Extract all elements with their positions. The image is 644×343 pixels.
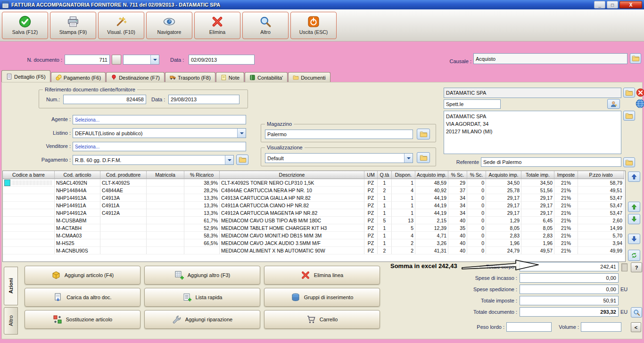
action-button-sostituzione-articolo[interactable]: Sostituzione articolo [25,310,140,329]
table-cell: MEDIACOM TABLET HOME CHARGER KIT H3 [220,224,364,232]
magazzino-lookup-button[interactable] [417,129,430,139]
column-header-cod-articolo[interactable]: Cod. articolo [55,171,100,179]
action-button-aggiungi-altro-f3[interactable]: Aggiungi altro (F3) [144,266,260,285]
action-button-elimina-linea[interactable]: Elimina linea [264,266,380,285]
side-tab-altro[interactable]: Altro [4,307,18,335]
pagamento-lookup-button[interactable] [236,155,248,165]
add-contact-button[interactable] [607,99,620,109]
column-header-totale-imp[interactable]: Totale imp. [521,171,554,179]
scroll-up-button[interactable] [628,202,640,212]
table-row[interactable]: NSACL4092NCLT-K4092S38,9%CLT-K4092S TONE… [3,179,625,187]
close-button[interactable]: X [619,1,642,8]
refresh-button[interactable] [628,250,640,261]
column-header-codice-a-barre[interactable]: Codice a barre [3,171,55,179]
scroll-top-button[interactable] [628,172,640,182]
referente-input[interactable]: Sede di Palermo [481,157,621,167]
total-value-input[interactable]: 293,32 [520,307,619,317]
column-header-acquisto-imp[interactable]: Acquisto imp. [486,171,521,179]
magazzino-input[interactable]: Palermo [265,130,413,139]
doc-number-more-button[interactable] [112,55,121,65]
supplier-address-box[interactable]: DATAMATIC SPAVIA AGORDAT, 3420127 MILANO… [444,111,621,154]
column-header-ricarico[interactable]: % Ricarico [184,171,220,179]
tab-pagamento-f6[interactable]: Pagamento (F6) [51,72,106,82]
supplier-lookup-button[interactable] [623,88,635,98]
listino-select[interactable]: DEFAULT(Listino al pubblico) [73,128,246,138]
visualizzazione-lookup-button[interactable] [417,152,430,163]
table-row[interactable]: M-CMAA0358,3%MEDIACOM CAVO MONIT.HD DB15… [3,232,625,239]
maximize-button[interactable]: □ [607,1,618,8]
scroll-bottom-button[interactable] [628,234,640,244]
doc-date-input[interactable]: 02/09/2013 [189,55,255,65]
tab-dettaglio-f5[interactable]: Dettaglio (F5) [1,70,50,82]
table-row[interactable]: M-HS2566,5%MEDIACOM CAVO JACK AUDIO 3.5M… [3,239,625,247]
tab-documenti[interactable]: Documenti [288,72,330,82]
tab-note[interactable]: Note [216,72,244,82]
salutation-input[interactable]: Spett.le [444,99,501,109]
column-header-sc[interactable]: % Sc. [448,171,467,179]
venditore-input[interactable]: Seleziona... [73,142,246,151]
column-header-imposte[interactable]: Imposte [554,171,578,179]
column-header-cod-produttore[interactable]: Cod. produttore [100,171,147,179]
table-cell: NHP144911A [55,202,100,209]
table-cell: 2,83 [486,232,521,239]
causale-input[interactable]: Acquisto [473,53,627,64]
minimize-button[interactable]: _ [594,1,605,8]
table-row[interactable]: NHP144911AC4911A13,3%C4911A CARTUCCIA CI… [3,202,625,209]
referente-lookup-button[interactable] [623,157,635,167]
column-header-dispon[interactable]: Dispon. [392,171,415,179]
table-row[interactable]: M-CUSBABM61,7%MEDIACOM CAVO USB TIPO A/B… [3,217,625,224]
action-button-aggiungi-articolo-f4[interactable]: Aggiungi articolo (F4) [25,266,140,285]
collapse-totals-button[interactable]: < [631,322,641,332]
scroll-down-button[interactable] [628,214,640,224]
table-row[interactable]: M-ACTABH52,9%MEDIACOM TABLET HOME CHARGE… [3,224,625,232]
causale-lookup-button[interactable] [630,53,641,64]
supplier-remove-button[interactable] [636,88,644,97]
toolbar-button-visual-f10[interactable]: Visual. (F10) [98,12,144,39]
reference-num-input[interactable]: 824458 [63,95,146,104]
column-header-descrizione[interactable]: Descrizione [220,171,364,179]
tab-contabilita[interactable]: Contabilita' [245,72,288,82]
action-button-carica-da-altro-doc[interactable]: Carica da altro doc. [25,288,140,307]
table-cell: 13 [392,217,415,224]
column-header-p-zzo-ivato[interactable]: P.zzo ivato [578,171,624,179]
toolbar-button-navigatore[interactable]: Navigatore [146,12,192,39]
action-button-carrello[interactable]: Carrello [264,310,380,329]
toolbar-button-elimina[interactable]: Elimina [194,12,240,39]
help-button[interactable]: ? [631,262,642,272]
total-value-input[interactable]: 50,91 [520,296,619,305]
table-row[interactable]: M-ACNBU90SMEDIACOM ALIMENT X NB AUTOMATI… [3,247,625,254]
total-value-input[interactable]: 0,00 [520,273,619,283]
pagamento-select[interactable]: R.B. 60 gg. D.F.F.M. [73,155,234,165]
visualizzazione-select[interactable]: Default [265,153,413,163]
toolbar-button-stampa-f9[interactable]: Stampa (F9) [50,12,96,39]
tab-trasporto-f8[interactable]: Trasporto (F8) [165,72,215,82]
reference-date-input[interactable]: 29/08/2013 [168,95,239,104]
side-tab-azioni[interactable]: Azioni [4,267,18,305]
toolbar-button-uscita-esc[interactable]: Uscita (ESC) [290,12,337,39]
titlebar[interactable]: FATTURA ACCOMPAGNATORIA FORNITORE N. 711… [0,0,644,9]
total-value-input[interactable]: 242,41 [520,262,619,271]
action-button-gruppi-di-inserimento[interactable]: Gruppi di inserimento [264,288,380,307]
total-value-input[interactable]: 0,00 [520,285,619,294]
table-row[interactable]: NHP144844AC4844AE28,2%C4844AE CARTUCCIA … [3,187,625,194]
totals-search-button[interactable] [631,307,642,318]
column-header-acquisto-imp[interactable]: Acquisto imp. [415,171,448,179]
volume-input[interactable] [581,322,621,332]
table-row[interactable]: NHP144912AC4912A13,3%C4912A CARTUCCIA MA… [3,209,625,217]
column-header-um[interactable]: UM [364,171,378,179]
tab-destinazione-f7[interactable]: Destinazione (F7) [106,72,165,82]
table-row[interactable]: NHP144913AC4913A13,3%C4913A CARTUCCIA GI… [3,194,625,202]
toolbar-button-salva-f12[interactable]: Salva (F12) [2,12,48,39]
doc-number-input[interactable]: 711 [65,55,110,65]
column-header-sc[interactable]: % Sc. [467,171,486,179]
agente-input[interactable]: Seleziona... [73,115,246,124]
toolbar-button-altro[interactable]: Altro [242,12,289,39]
address-lookup-button[interactable] [623,111,635,121]
column-header-matricola[interactable]: Matricola [147,171,184,179]
supplier-name-input[interactable]: DATAMATIC SPA [444,88,621,98]
map-button[interactable] [636,99,644,108]
action-button-aggiungi-riparazione[interactable]: Aggiungi riparazione [144,310,260,329]
action-button-lista-rapida[interactable]: Lista rapida [144,288,260,307]
column-header-q-t[interactable]: Q.tà [378,171,392,179]
doc-type-select[interactable] [123,55,159,65]
